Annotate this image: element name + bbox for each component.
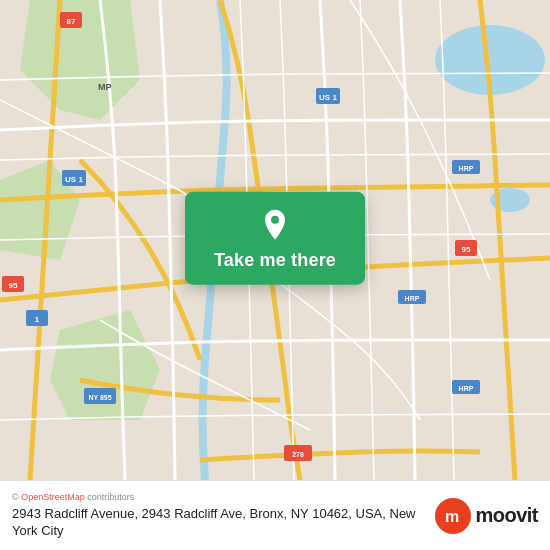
address-line: 2943 Radcliff Avenue, 2943 Radcliff Ave,…: [12, 506, 425, 540]
map-container: 87 1 US 1 95 95 HRP HRP HRP US 1 NY 895 …: [0, 0, 550, 480]
location-pin-icon: [257, 208, 293, 244]
take-me-there-button[interactable]: Take me there: [214, 250, 336, 271]
moovit-logo: m moovit: [435, 498, 538, 534]
svg-text:95: 95: [9, 281, 18, 290]
info-bar: © OpenStreetMap © OpenStreetMap contribu…: [0, 480, 550, 550]
location-card[interactable]: Take me there: [185, 192, 365, 285]
svg-text:HRP: HRP: [459, 385, 474, 392]
svg-text:87: 87: [67, 17, 76, 26]
svg-text:HRP: HRP: [405, 295, 420, 302]
svg-text:1: 1: [35, 315, 40, 324]
svg-text:NY 895: NY 895: [88, 394, 111, 401]
contributors-text-display: contributors: [87, 492, 134, 502]
moovit-text: moovit: [475, 504, 538, 527]
svg-text:HRP: HRP: [459, 165, 474, 172]
svg-text:US 1: US 1: [319, 93, 337, 102]
svg-text:95: 95: [462, 245, 471, 254]
copyright-symbol: ©: [12, 492, 19, 502]
svg-text:278: 278: [292, 451, 304, 458]
copyright-line: © OpenStreetMap © OpenStreetMap contribu…: [12, 492, 425, 502]
info-text-block: © OpenStreetMap © OpenStreetMap contribu…: [12, 492, 425, 540]
moovit-icon: m: [435, 498, 471, 534]
svg-text:US 1: US 1: [65, 175, 83, 184]
svg-text:m: m: [445, 508, 459, 525]
svg-text:MP: MP: [98, 82, 112, 92]
svg-point-31: [271, 216, 279, 224]
openstreetmap-link[interactable]: OpenStreetMap: [21, 492, 85, 502]
